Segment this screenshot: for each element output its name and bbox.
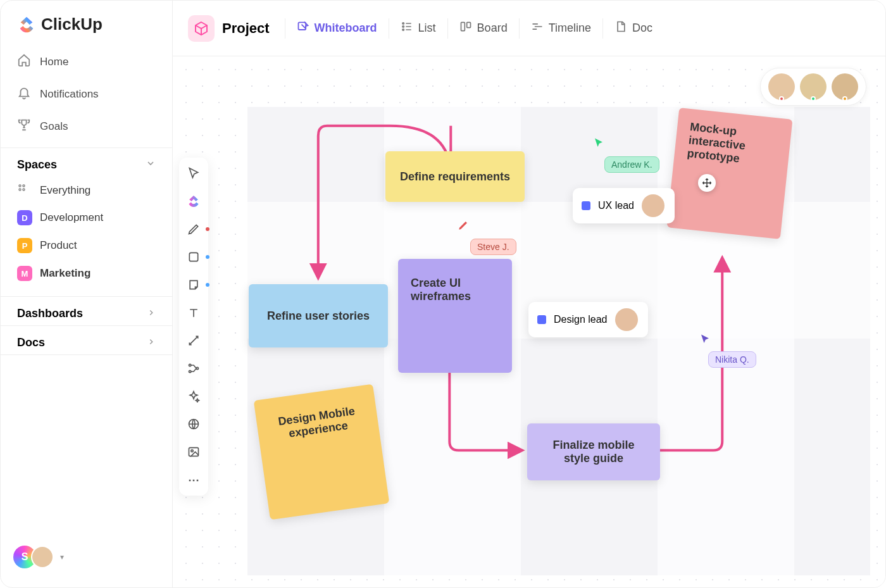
tool-more[interactable]: ⋯	[184, 470, 203, 489]
view-tab-list[interactable]: List	[389, 15, 447, 41]
presence-avatar[interactable]	[800, 73, 827, 100]
svg-point-6	[402, 26, 404, 28]
sticky-note-design-mobile[interactable]: Design Mobile experience	[254, 384, 390, 520]
tool-sticky[interactable]	[184, 275, 203, 294]
space-label: Marketing	[40, 267, 90, 280]
space-label: Everything	[40, 184, 90, 197]
svg-point-7	[402, 29, 404, 31]
cursor-label-nikita: Nikita Q.	[708, 351, 756, 368]
space-label: Development	[40, 211, 103, 224]
project-title: Project	[222, 20, 270, 37]
space-label: Product	[40, 239, 77, 252]
assignee-avatar	[615, 308, 638, 331]
svg-rect-8	[461, 22, 465, 30]
nav-home[interactable]: Home	[8, 46, 165, 78]
user-menu[interactable]: S ▾	[1, 533, 172, 587]
presence-avatar[interactable]	[768, 73, 795, 100]
chevron-down-icon	[146, 158, 156, 172]
whiteboard-icon	[297, 20, 309, 36]
user-avatar	[31, 546, 54, 568]
sticky-note-create-wireframes[interactable]: Create UI wireframes	[398, 259, 512, 373]
nav-label: Goals	[40, 120, 68, 133]
tool-image[interactable]	[184, 442, 203, 461]
move-handle-icon[interactable]	[698, 174, 716, 192]
tool-ai[interactable]	[184, 387, 203, 406]
presence-avatar-bar[interactable]	[760, 68, 866, 106]
board-icon	[459, 20, 472, 36]
view-tab-whiteboard[interactable]: Whiteboard	[285, 15, 389, 41]
doc-icon	[615, 20, 627, 36]
svg-rect-10	[189, 253, 197, 261]
tool-text[interactable]	[184, 303, 203, 322]
brand-name: ClickUp	[41, 15, 103, 34]
tool-task[interactable]	[184, 192, 203, 211]
sidebar-item-everything[interactable]: Everything	[1, 177, 172, 204]
sidebar-item-dashboards[interactable]: Dashboards	[1, 297, 172, 325]
view-tab-board[interactable]: Board	[448, 15, 519, 41]
svg-rect-9	[466, 22, 470, 27]
sidebar: ClickUp Home Notifications Goals Spaces	[1, 1, 173, 587]
grid-dots-icon	[17, 183, 32, 197]
sticky-note-refine-user-stories[interactable]: Refine user stories	[249, 284, 388, 347]
svg-point-11	[189, 364, 191, 366]
svg-point-16	[191, 450, 193, 452]
sidebar-item-development[interactable]: D Development	[1, 204, 172, 232]
tool-connector[interactable]	[184, 331, 203, 350]
brand-logo[interactable]: ClickUp	[1, 15, 172, 41]
task-status-icon	[537, 315, 546, 324]
view-tab-doc[interactable]: Doc	[603, 15, 664, 41]
home-icon	[17, 53, 31, 70]
task-chip-design-lead[interactable]: Design lead	[528, 302, 648, 337]
cursor-icon	[593, 137, 604, 152]
nav-label: Home	[40, 56, 68, 68]
svg-point-13	[196, 367, 198, 369]
trophy-icon	[17, 118, 31, 135]
tool-shape[interactable]	[184, 247, 203, 266]
cube-icon	[188, 15, 215, 42]
sidebar-item-marketing[interactable]: M Marketing	[1, 260, 172, 287]
list-icon	[401, 20, 413, 36]
project-chip[interactable]: Project	[188, 15, 270, 42]
sidebar-item-docs[interactable]: Docs	[1, 326, 172, 354]
clickup-logo-icon	[17, 15, 36, 34]
svg-point-0	[19, 185, 21, 187]
nav-goals[interactable]: Goals	[8, 110, 165, 142]
whiteboard-canvas[interactable]: Define requirements Refine user stories …	[173, 56, 885, 587]
svg-point-1	[23, 185, 25, 187]
svg-point-3	[23, 189, 25, 191]
cursor-label-andrew: Andrew K.	[604, 156, 659, 173]
nav-notifications[interactable]: Notifications	[8, 78, 165, 110]
whiteboard-toolbar: ⋯	[179, 158, 208, 496]
svg-rect-15	[189, 447, 199, 456]
pencil-cursor-icon	[458, 220, 469, 234]
spaces-header[interactable]: Spaces	[1, 148, 172, 177]
sidebar-item-product[interactable]: P Product	[1, 232, 172, 260]
nav-label: Notifications	[40, 88, 99, 101]
view-tab-timeline[interactable]: Timeline	[520, 15, 602, 41]
bell-icon	[17, 85, 31, 103]
task-chip-ux-lead[interactable]: UX lead	[573, 188, 675, 223]
cursor-label-steve: Steve J.	[470, 239, 516, 255]
tool-select[interactable]	[184, 164, 203, 183]
tool-pen[interactable]	[184, 220, 203, 239]
tool-web[interactable]	[184, 415, 203, 434]
space-badge: P	[17, 238, 32, 253]
svg-point-2	[19, 189, 21, 191]
sticky-note-mockup-prototype[interactable]: Mock-up interactive prototype	[667, 108, 793, 239]
chevron-right-icon	[147, 307, 156, 320]
sticky-note-define-requirements[interactable]: Define requirements	[385, 151, 525, 202]
task-status-icon	[582, 201, 590, 210]
topbar: Project Whiteboard List Board	[173, 1, 885, 56]
presence-avatar[interactable]	[832, 73, 858, 100]
sticky-note-finalize-style-guide[interactable]: Finalize mobile style guide	[527, 423, 660, 480]
assignee-avatar	[642, 194, 664, 217]
space-badge: M	[17, 266, 32, 281]
cursor-icon	[699, 334, 711, 348]
svg-rect-4	[298, 22, 306, 30]
main: Project Whiteboard List Board	[173, 1, 885, 587]
caret-down-icon: ▾	[60, 553, 64, 561]
tool-relationship[interactable]	[184, 359, 203, 378]
timeline-icon	[531, 20, 544, 36]
svg-point-5	[402, 23, 404, 25]
svg-point-12	[189, 370, 191, 372]
